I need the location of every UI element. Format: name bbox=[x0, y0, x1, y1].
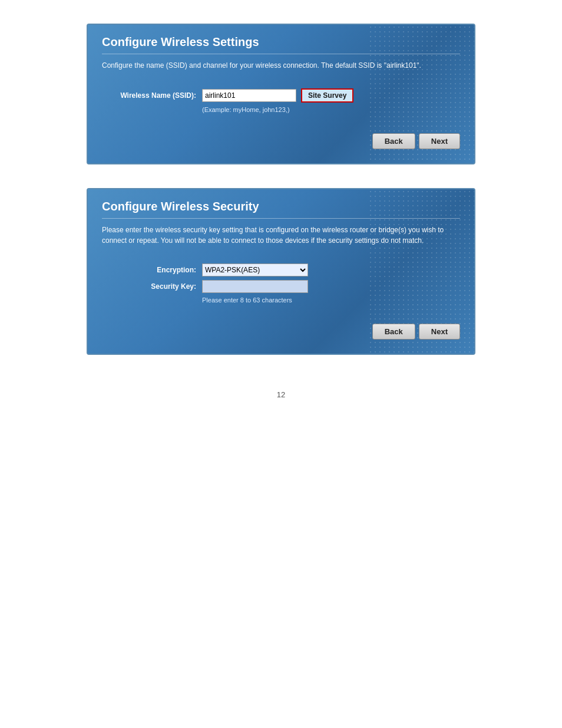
wireless-name-label: Wireless Name (SSID): bbox=[102, 91, 196, 100]
page-number: 12 bbox=[277, 390, 285, 399]
wireless-settings-panel-bg: Configure Wireless Settings Configure th… bbox=[88, 25, 474, 163]
wireless-name-input[interactable] bbox=[202, 89, 296, 102]
panel1-btn-row: Back Next bbox=[102, 133, 460, 149]
panel2-description: Please enter the wireless security key s… bbox=[102, 225, 460, 246]
wireless-name-hint: (Example: myHome, john123,) bbox=[202, 106, 460, 113]
panel2-title: Configure Wireless Security bbox=[102, 200, 460, 219]
panel2-next-button[interactable]: Next bbox=[419, 324, 460, 340]
wireless-security-panel: Configure Wireless Security Please enter… bbox=[87, 188, 475, 355]
key-hint: Please enter 8 to 63 characters bbox=[202, 297, 460, 304]
panel2-btn-row: Back Next bbox=[102, 324, 460, 340]
panel1-description: Configure the name (SSID) and channel fo… bbox=[102, 60, 460, 71]
encryption-label: Encryption: bbox=[102, 266, 196, 274]
panel1-next-button[interactable]: Next bbox=[419, 133, 460, 149]
site-survey-button[interactable]: Site Survey bbox=[301, 88, 353, 103]
wireless-security-panel-bg: Configure Wireless Security Please enter… bbox=[88, 189, 474, 354]
wireless-name-row: Wireless Name (SSID): Site Survey bbox=[102, 88, 460, 103]
panel2-form: Encryption: WPA2-PSK(AES) WPA-PSK(TKIP) … bbox=[102, 258, 460, 309]
security-key-row: Security Key: bbox=[102, 280, 460, 293]
encryption-select[interactable]: WPA2-PSK(AES) WPA-PSK(TKIP) WEP None bbox=[202, 263, 308, 276]
security-key-input[interactable] bbox=[202, 280, 308, 293]
encryption-row: Encryption: WPA2-PSK(AES) WPA-PSK(TKIP) … bbox=[102, 263, 460, 276]
panel1-form: Wireless Name (SSID): Site Survey (Examp… bbox=[102, 83, 460, 119]
panel2-back-button[interactable]: Back bbox=[372, 324, 415, 340]
wireless-settings-panel: Configure Wireless Settings Configure th… bbox=[87, 24, 475, 164]
panel1-back-button[interactable]: Back bbox=[372, 133, 415, 149]
panel1-title: Configure Wireless Settings bbox=[102, 35, 460, 54]
security-key-label: Security Key: bbox=[102, 282, 196, 291]
